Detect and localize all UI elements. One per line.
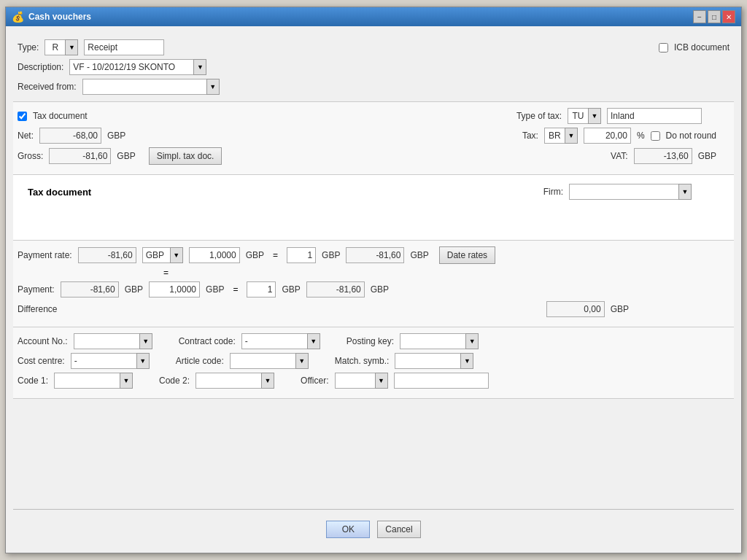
code2-dropdown-btn[interactable]: ▼	[261, 373, 274, 389]
tax-document-label: Tax document	[33, 111, 88, 121]
pay-rate-input[interactable]	[149, 281, 200, 298]
restore-button[interactable]: □	[708, 10, 721, 23]
posting-key-input[interactable]	[400, 333, 465, 349]
description-combo[interactable]: ▼	[69, 59, 206, 75]
pay-equals: =	[230, 284, 241, 295]
window-title: Cash vouchers	[28, 12, 91, 22]
gross-currency: GBP	[117, 151, 135, 161]
officer-dropdown-btn[interactable]: ▼	[375, 373, 388, 389]
tax-document-section-row: Tax document Firm: ▼	[28, 184, 719, 200]
diff-input[interactable]	[546, 301, 605, 317]
vat-input[interactable]	[634, 148, 692, 164]
posting-key-dropdown-btn[interactable]: ▼	[465, 333, 479, 349]
pr-amount-input[interactable]	[78, 247, 136, 263]
close-button[interactable]: ✕	[722, 10, 735, 23]
equals2: =	[163, 268, 169, 278]
description-input[interactable]	[69, 59, 193, 75]
main-content: Type: ▼ ICB document Description: ▼	[6, 26, 741, 553]
cost-centre-combo[interactable]: ▼	[71, 353, 150, 369]
code1-dropdown-btn[interactable]: ▼	[120, 373, 133, 389]
code2-label: Code 2:	[159, 376, 190, 386]
received-from-input[interactable]	[82, 79, 206, 95]
firm-label: Firm:	[543, 187, 563, 197]
cost-centre-dropdown-btn[interactable]: ▼	[136, 353, 150, 369]
tax-percent-input[interactable]	[584, 128, 631, 144]
match-symb-combo[interactable]: ▼	[395, 353, 473, 369]
officer-input[interactable]	[335, 373, 375, 389]
firm-input[interactable]	[569, 184, 678, 200]
payment-rate-row: Payment rate: ▼ GBP = GBP GBP Date rates	[18, 246, 729, 264]
do-not-round-checkbox[interactable]	[651, 131, 660, 141]
pay-amount-input[interactable]	[61, 281, 119, 298]
cost-centre-input[interactable]	[71, 353, 136, 369]
net-input[interactable]	[39, 128, 101, 144]
simpl-tax-button[interactable]: Simpl. tax doc.	[149, 147, 222, 165]
code2-input[interactable]	[196, 373, 261, 389]
icb-checkbox[interactable]	[659, 43, 668, 52]
firm-combo[interactable]: ▼	[569, 184, 692, 200]
match-symb-input[interactable]	[395, 353, 460, 369]
gross-vat-row: Gross: GBP Simpl. tax doc. VAT: GBP	[18, 147, 729, 165]
description-dropdown-btn[interactable]: ▼	[193, 59, 206, 75]
contract-code-combo[interactable]: ▼	[241, 333, 320, 349]
code1-input[interactable]	[54, 373, 120, 389]
percent-sign: %	[637, 131, 645, 141]
posting-key-label: Posting key:	[347, 336, 394, 346]
type-row: Type: ▼ ICB document	[18, 39, 729, 55]
gross-input[interactable]	[49, 148, 111, 164]
tax-code-combo[interactable]: ▼	[544, 128, 578, 144]
ok-button[interactable]: OK	[326, 521, 370, 538]
receipt-input[interactable]	[84, 39, 164, 55]
tax-type-value-input[interactable]	[607, 108, 702, 124]
received-from-label: Received from:	[18, 82, 77, 92]
officer-combo[interactable]: ▼	[335, 373, 388, 389]
tax-document-checkbox[interactable]	[18, 112, 27, 121]
tax-type-dropdown-btn[interactable]: ▼	[588, 108, 601, 124]
cancel-button[interactable]: Cancel	[377, 521, 420, 538]
code1-combo[interactable]: ▼	[54, 373, 133, 389]
type-input[interactable]	[44, 39, 65, 55]
tax-label: Tax:	[522, 131, 538, 141]
account-no-dropdown-btn[interactable]: ▼	[139, 333, 152, 349]
received-from-dropdown-btn[interactable]: ▼	[206, 79, 220, 95]
tax-type-combo[interactable]: ▼	[568, 108, 601, 124]
contract-code-input[interactable]	[241, 333, 307, 349]
pr-qty-input[interactable]	[287, 247, 316, 263]
type-dropdown-btn[interactable]: ▼	[65, 39, 78, 55]
received-from-combo[interactable]: ▼	[82, 79, 220, 95]
vat-label: VAT:	[611, 151, 628, 161]
pr-rate-input[interactable]	[189, 247, 240, 263]
tax-code-input[interactable]	[544, 128, 565, 144]
match-symb-dropdown-btn[interactable]: ▼	[460, 353, 473, 369]
type-combo[interactable]: ▼	[44, 39, 78, 55]
minimize-button[interactable]: −	[693, 10, 706, 23]
pr-currency1-dropdown-btn[interactable]: ▼	[170, 247, 183, 263]
pay-result-input[interactable]	[306, 281, 365, 298]
account-no-input[interactable]	[74, 333, 139, 349]
title-bar: 💰 Cash vouchers − □ ✕	[6, 7, 741, 26]
contract-code-dropdown-btn[interactable]: ▼	[307, 333, 320, 349]
article-code-dropdown-btn[interactable]: ▼	[295, 353, 309, 369]
title-bar-buttons: − □ ✕	[693, 10, 735, 23]
account-row: Account No.: ▼ Contract code: ▼ Posting …	[18, 333, 729, 349]
pr-currency1-input[interactable]	[142, 247, 170, 263]
equals-row: =	[18, 268, 729, 278]
code2-combo[interactable]: ▼	[196, 373, 274, 389]
tax-type-code-input[interactable]	[568, 108, 588, 124]
contract-code-label: Contract code:	[179, 336, 236, 346]
cost-centre-label: Cost centre:	[18, 356, 65, 366]
tax-code-dropdown-btn[interactable]: ▼	[565, 128, 578, 144]
pr-result-input[interactable]	[346, 247, 404, 263]
equals1: =	[270, 250, 281, 260]
article-code-input[interactable]	[230, 353, 295, 369]
icb-label: ICB document	[674, 42, 729, 52]
date-rates-button[interactable]: Date rates	[439, 246, 495, 264]
pr-currency1-combo[interactable]: ▼	[142, 247, 183, 263]
pay-qty-input[interactable]	[247, 281, 276, 298]
firm-dropdown-btn[interactable]: ▼	[678, 184, 692, 200]
article-code-combo[interactable]: ▼	[230, 353, 309, 369]
officer-name-input[interactable]	[394, 373, 489, 389]
account-no-combo[interactable]: ▼	[74, 333, 152, 349]
posting-key-combo[interactable]: ▼	[400, 333, 479, 349]
type-of-tax-label: Type of tax:	[516, 111, 562, 121]
